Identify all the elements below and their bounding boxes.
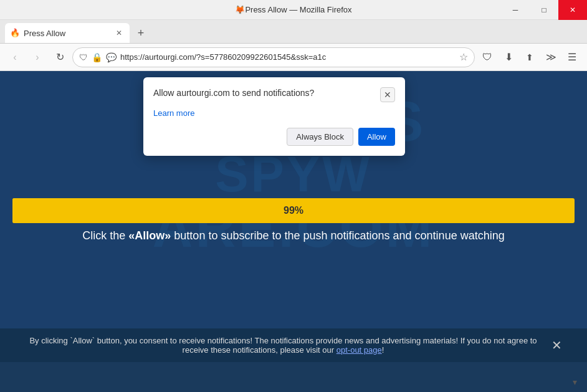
shield-button[interactable]: 🛡 [477, 47, 497, 67]
tabbar: 🔥 Press Allow ✕ + ▾ [0, 20, 587, 44]
window-title: Press Allow — Mozilla Firefox [245, 5, 351, 14]
notification-icon: 💬 [106, 52, 117, 62]
share-icon: ⬆ [526, 52, 533, 62]
close-button[interactable]: ✕ [558, 0, 587, 20]
bottom-notification-bar: By clicking `Allow` button, you consent … [0, 328, 587, 362]
active-tab[interactable]: 🔥 Press Allow ✕ [5, 23, 130, 43]
tab-close-button[interactable]: ✕ [113, 27, 125, 39]
popup-buttons: Always Block Allow [153, 128, 395, 146]
tab-list-button[interactable]: ▾ [567, 375, 582, 390]
reload-icon: ↻ [56, 51, 64, 63]
popup-close-button[interactable]: ✕ [380, 87, 395, 102]
maximize-button[interactable]: □ [530, 0, 558, 20]
nav-tools: 🛡 ⬇ ⬆ ≫ ☰ [477, 47, 582, 67]
popup-learn-more-link[interactable]: Learn more [153, 108, 395, 118]
progress-label: 99% [284, 205, 303, 216]
notification-popup: Allow aurtourgi.com to send notification… [143, 77, 405, 156]
bottom-bar-text-after: ! [382, 345, 384, 355]
bookmark-star-icon[interactable]: ☆ [459, 51, 468, 63]
url-text: https://aurtourgi.com/?s=577860209922601… [120, 52, 456, 62]
progress-bar: 99% [12, 198, 575, 223]
always-block-button[interactable]: Always Block [287, 128, 353, 146]
extensions-icon: ≫ [546, 51, 556, 63]
forward-button[interactable]: › [27, 47, 47, 67]
popup-title: Allow aurtourgi.com to send notification… [153, 87, 380, 98]
shield-icon: 🛡 [482, 52, 492, 63]
browser-content: MYANTIS SPYW ARE.COM 99% Click the «Allo… [0, 71, 587, 362]
reload-button[interactable]: ↻ [50, 47, 70, 67]
minimize-button[interactable]: ─ [501, 0, 530, 20]
content-allow-text: «Allow» [128, 229, 171, 242]
url-bar[interactable]: 🛡 🔒 💬 https://aurtourgi.com/?s=577860209… [72, 47, 475, 67]
bottom-bar-text: By clicking `Allow` button, you consent … [25, 336, 542, 355]
share-button[interactable]: ⬆ [520, 47, 540, 67]
tab-title: Press Allow [24, 29, 110, 38]
lock-icon: 🔒 [92, 52, 102, 62]
opt-out-link[interactable]: opt-out page [336, 345, 382, 355]
titlebar: 🦊 Press Allow — Mozilla Firefox ─ □ ✕ [0, 0, 587, 20]
firefox-icon: 🦊 [235, 5, 245, 15]
download-icon: ⬇ [505, 51, 513, 63]
navbar: ‹ › ↻ 🛡 🔒 💬 https://aurtourgi.com/?s=577… [0, 44, 587, 71]
bottom-bar-close-button[interactable]: ✕ [551, 338, 562, 353]
back-icon: ‹ [13, 52, 16, 63]
progress-area: 99% [0, 198, 587, 223]
popup-header: Allow aurtourgi.com to send notification… [153, 87, 395, 102]
content-text-before: Click the [82, 229, 128, 242]
new-tab-button[interactable]: + [132, 24, 150, 42]
back-button[interactable]: ‹ [5, 47, 25, 67]
content-text-after: button to subscribe to the push notifica… [171, 229, 504, 242]
forward-icon: › [36, 52, 39, 63]
allow-button[interactable]: Allow [358, 128, 395, 146]
extensions-button[interactable]: ≫ [541, 47, 561, 67]
bottom-bar-text-before: By clicking `Allow` button, you consent … [29, 336, 537, 355]
security-shield-icon: 🛡 [79, 52, 88, 62]
content-text: Click the «Allow» button to subscribe to… [0, 229, 587, 242]
window-controls: ─ □ ✕ [501, 0, 587, 19]
tab-favicon: 🔥 [10, 28, 20, 38]
download-button[interactable]: ⬇ [499, 47, 518, 67]
menu-button[interactable]: ☰ [562, 47, 582, 67]
hamburger-icon: ☰ [568, 51, 576, 63]
